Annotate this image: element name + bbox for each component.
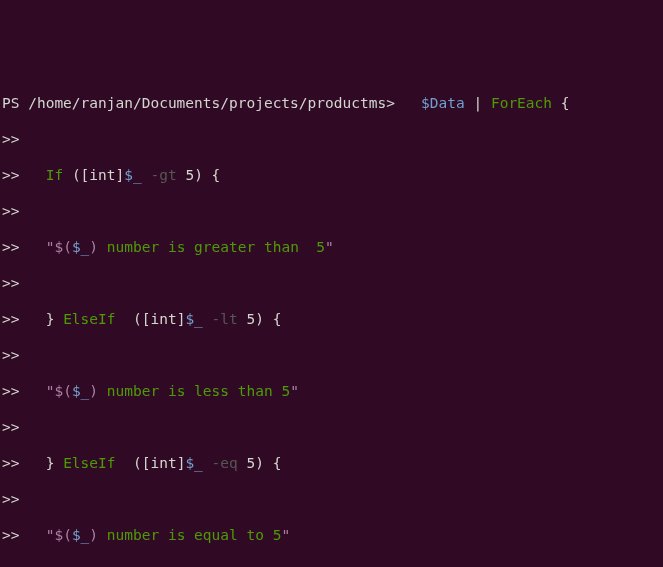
cont-line: >> "$($_) number is equal to 5" — [2, 526, 663, 544]
cont-line: >> — [2, 490, 663, 508]
cont-prompt: >> — [2, 563, 19, 567]
cont-line: >> — [2, 562, 663, 567]
str-quote: " — [281, 527, 290, 543]
cont-line: >> "$($_) number is greater than 5" — [2, 238, 663, 256]
cast-open: ([int] — [133, 455, 185, 471]
close-brace: } — [46, 311, 55, 327]
cont-prompt: >> — [2, 455, 19, 471]
cont-prompt: >> — [2, 275, 19, 291]
cont-line: >> "$($_) number is less than 5" — [2, 382, 663, 400]
open-brace: { — [561, 95, 570, 111]
op-gt: -gt — [150, 167, 176, 183]
cont-prompt: >> — [2, 491, 19, 507]
terminal[interactable]: PS /home/ranjan/Documents/projects/produ… — [2, 76, 663, 567]
kw-foreach: ForEach — [491, 95, 552, 111]
cont-prompt: >> — [2, 383, 19, 399]
line-cmd: PS /home/ranjan/Documents/projects/produ… — [2, 94, 663, 112]
var-data: $Data — [421, 95, 465, 111]
sub-close: ) — [89, 527, 98, 543]
msg-gt: number is greater than 5 — [98, 239, 325, 255]
five-paren: 5) { — [247, 311, 282, 327]
msg-lt: number is less than 5 — [98, 383, 290, 399]
var-underscore: $_ — [72, 383, 89, 399]
var-underscore: $_ — [124, 167, 141, 183]
kw-elseif: ElseIf — [63, 311, 115, 327]
ps-label: PS — [2, 95, 19, 111]
cont-prompt: >> — [2, 311, 19, 327]
sub-close: ) — [89, 383, 98, 399]
cont-line: >> — [2, 418, 663, 436]
var-underscore: $_ — [185, 311, 202, 327]
op-eq: -eq — [212, 455, 238, 471]
prompt-gt: > — [386, 95, 395, 111]
cont-line: >> } ElseIf ([int]$_ -eq 5) { — [2, 454, 663, 472]
cast-open: ([int] — [72, 167, 124, 183]
cont-prompt: >> — [2, 347, 19, 363]
sub-open: $( — [54, 383, 71, 399]
sub-open: $( — [54, 239, 71, 255]
str-quote: " — [290, 383, 299, 399]
str-quote: " — [325, 239, 334, 255]
cont-line: >> — [2, 202, 663, 220]
op-lt: -lt — [212, 311, 238, 327]
cont-line: >> If ([int]$_ -gt 5) { — [2, 166, 663, 184]
close-brace: } — [46, 455, 55, 471]
cont-prompt: >> — [2, 239, 19, 255]
cont-line: >> — [2, 346, 663, 364]
cont-prompt: >> — [2, 527, 19, 543]
kw-if: If — [46, 167, 63, 183]
cont-prompt: >> — [2, 203, 19, 219]
sub-open: $( — [54, 527, 71, 543]
cont-prompt: >> — [2, 167, 19, 183]
cont-line: >> } ElseIf ([int]$_ -lt 5) { — [2, 310, 663, 328]
var-underscore: $_ — [72, 239, 89, 255]
sub-close: ) — [89, 239, 98, 255]
pipe-op: | — [473, 95, 482, 111]
cont-prompt: >> — [2, 419, 19, 435]
cast-open: ([int] — [133, 311, 185, 327]
msg-eq: number is equal to 5 — [98, 527, 281, 543]
var-underscore: $_ — [185, 455, 202, 471]
cont-line: >> — [2, 130, 663, 148]
kw-elseif: ElseIf — [63, 455, 115, 471]
cont-prompt: >> — [2, 131, 19, 147]
var-underscore: $_ — [72, 527, 89, 543]
cwd-path: /home/ranjan/Documents/projects/productm… — [28, 95, 386, 111]
cont-line: >> — [2, 274, 663, 292]
five-paren: 5) { — [185, 167, 220, 183]
five-paren: 5) { — [247, 455, 282, 471]
